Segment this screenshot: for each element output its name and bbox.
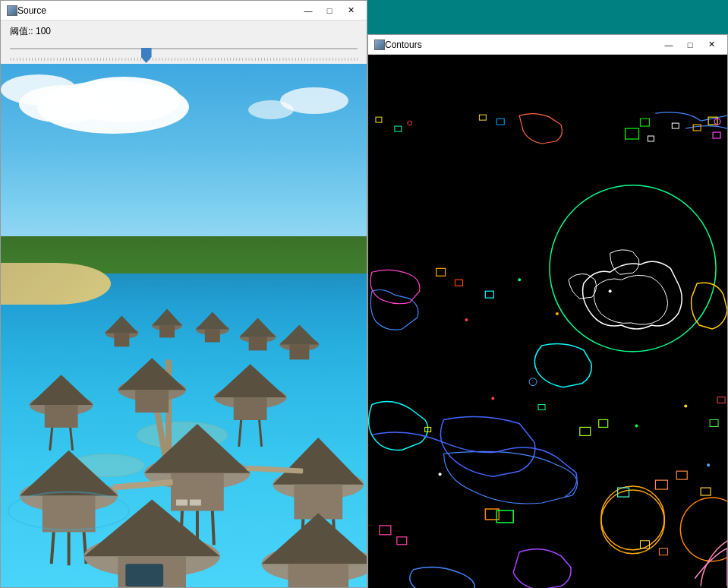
svg-marker-17 bbox=[279, 325, 319, 345]
svg-rect-89 bbox=[397, 537, 407, 545]
svg-marker-14 bbox=[240, 318, 276, 337]
svg-rect-86 bbox=[580, 427, 591, 435]
svg-point-112 bbox=[439, 473, 442, 476]
svg-rect-64 bbox=[288, 564, 348, 587]
svg-rect-84 bbox=[455, 280, 463, 286]
bungalow-scene-svg bbox=[1, 64, 367, 587]
svg-rect-87 bbox=[599, 419, 608, 427]
svg-point-100 bbox=[529, 378, 537, 386]
svg-marker-48 bbox=[273, 438, 364, 485]
svg-point-95 bbox=[465, 318, 468, 321]
svg-point-69 bbox=[601, 486, 665, 550]
contours-window-controls: — □ ✕ bbox=[659, 38, 721, 52]
svg-rect-88 bbox=[380, 526, 391, 535]
contours-window: Contours — □ ✕ bbox=[367, 34, 728, 588]
svg-marker-5 bbox=[105, 316, 138, 334]
svg-rect-80 bbox=[376, 117, 382, 122]
svg-line-46 bbox=[213, 511, 214, 545]
svg-rect-102 bbox=[676, 471, 687, 479]
svg-rect-21 bbox=[45, 405, 78, 428]
svg-rect-97 bbox=[479, 115, 486, 120]
slider-ticks: ||||||||||||||||||||||||||||||||||||||||… bbox=[10, 56, 358, 61]
svg-rect-78 bbox=[648, 136, 654, 141]
svg-rect-6 bbox=[114, 333, 129, 346]
svg-point-110 bbox=[684, 405, 687, 408]
svg-rect-58 bbox=[125, 564, 163, 586]
svg-rect-106 bbox=[710, 419, 718, 426]
source-window-icon bbox=[7, 5, 17, 16]
svg-rect-42 bbox=[176, 500, 188, 506]
source-close-button[interactable]: ✕ bbox=[341, 4, 361, 17]
contours-close-button[interactable]: ✕ bbox=[701, 38, 721, 52]
svg-line-31 bbox=[260, 420, 262, 447]
source-window-controls: — □ ✕ bbox=[298, 4, 361, 17]
source-minimize-button[interactable]: — bbox=[298, 4, 318, 17]
svg-point-94 bbox=[518, 278, 521, 281]
contours-display bbox=[368, 55, 727, 588]
svg-point-111 bbox=[491, 397, 494, 400]
svg-marker-11 bbox=[196, 312, 229, 330]
source-titlebar: Source — □ ✕ bbox=[1, 1, 367, 21]
svg-rect-108 bbox=[659, 548, 667, 555]
source-maximize-button[interactable]: □ bbox=[320, 4, 339, 17]
svg-rect-83 bbox=[436, 268, 446, 276]
slider-label: 阈值:: 100 bbox=[10, 25, 358, 38]
source-window: Source — □ ✕ 阈值:: 100 ||||||||||||||||||… bbox=[0, 0, 367, 588]
svg-rect-81 bbox=[395, 126, 402, 131]
svg-rect-99 bbox=[538, 405, 545, 410]
svg-rect-53 bbox=[112, 479, 173, 491]
svg-rect-74 bbox=[626, 128, 639, 139]
svg-rect-15 bbox=[249, 337, 267, 350]
svg-marker-25 bbox=[118, 358, 186, 390]
contours-svg bbox=[368, 55, 727, 588]
svg-rect-77 bbox=[713, 132, 720, 138]
slider-thumb[interactable] bbox=[141, 48, 152, 63]
svg-marker-20 bbox=[30, 375, 93, 405]
svg-rect-75 bbox=[640, 119, 649, 126]
svg-line-30 bbox=[239, 420, 241, 447]
svg-rect-26 bbox=[135, 390, 169, 413]
svg-rect-9 bbox=[159, 326, 175, 338]
svg-rect-12 bbox=[205, 329, 220, 342]
slider-area: 阈值:: 100 |||||||||||||||||||||||||||||||… bbox=[1, 21, 367, 64]
svg-point-82 bbox=[408, 121, 412, 125]
svg-rect-29 bbox=[234, 397, 267, 420]
svg-line-22 bbox=[50, 428, 52, 450]
contours-minimize-button[interactable]: — bbox=[659, 38, 679, 52]
contours-titlebar: Contours — □ ✕ bbox=[368, 35, 727, 55]
svg-rect-18 bbox=[289, 344, 309, 359]
threshold-slider[interactable] bbox=[10, 41, 358, 56]
svg-point-71 bbox=[680, 498, 727, 561]
svg-marker-63 bbox=[262, 513, 367, 564]
contours-maximize-button[interactable]: □ bbox=[680, 38, 700, 52]
svg-point-93 bbox=[556, 312, 559, 315]
svg-rect-105 bbox=[717, 397, 725, 403]
svg-line-36 bbox=[52, 532, 54, 564]
svg-rect-96 bbox=[496, 119, 504, 125]
svg-rect-103 bbox=[701, 488, 711, 495]
svg-rect-101 bbox=[655, 480, 667, 489]
svg-marker-8 bbox=[152, 309, 182, 326]
svg-rect-85 bbox=[485, 291, 493, 298]
contours-window-icon bbox=[374, 40, 385, 50]
svg-rect-43 bbox=[190, 500, 201, 506]
slider-track-line bbox=[10, 48, 358, 49]
svg-point-70 bbox=[601, 490, 665, 554]
svg-line-23 bbox=[71, 428, 73, 450]
svg-point-92 bbox=[609, 289, 612, 292]
svg-rect-79 bbox=[672, 123, 679, 128]
svg-rect-34 bbox=[43, 496, 96, 533]
svg-rect-73 bbox=[693, 125, 701, 131]
source-photo bbox=[1, 64, 367, 587]
bora-bora-scene bbox=[1, 64, 367, 587]
svg-point-113 bbox=[707, 463, 710, 466]
svg-marker-28 bbox=[214, 364, 287, 397]
svg-point-109 bbox=[635, 424, 638, 427]
contours-window-title: Contours bbox=[385, 40, 659, 50]
source-window-title: Source bbox=[17, 5, 298, 16]
svg-point-68 bbox=[550, 185, 716, 352]
